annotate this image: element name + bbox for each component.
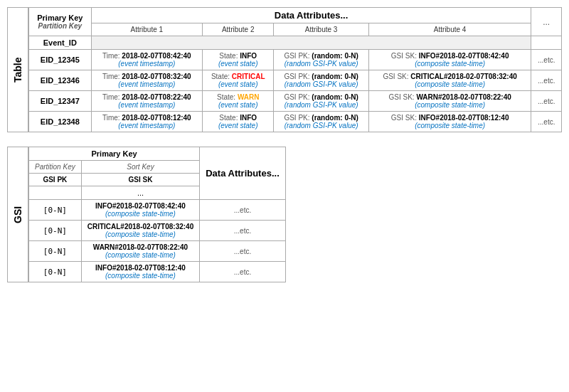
attr3-cell: GSI PK: (random: 0-N) (random GSI-PK val… — [274, 91, 368, 112]
etc-cell: ...etc. — [531, 91, 562, 112]
attr1-cell: Time: 2018-02-07T08:12:40 (event timesta… — [91, 112, 202, 132]
gsi-header-row-1: Primary Key Data Attributes... — [29, 147, 286, 161]
primary-key-cell: Primary Key Partition Key — [29, 8, 92, 36]
attr1-cell: Time: 2018-02-07T08:22:40 (event timesta… — [91, 91, 202, 112]
gsi-data-row: [0-N] WARN#2018-02-07T08:22:40 (composit… — [29, 241, 286, 262]
attr1-cell: Time: 2018-02-07T08:32:40 (event timesta… — [91, 70, 202, 91]
etc-cell: ...etc. — [531, 112, 562, 132]
primary-key-label: Primary Key — [33, 14, 87, 22]
attr-header-4: Attribute 4 — [368, 23, 531, 36]
gsi-dots-sk: ... — [81, 186, 200, 200]
gsi-side-label: GSI — [7, 147, 28, 282]
attr2-cell: State: INFO (event state) — [202, 112, 274, 132]
attr-header-2: Attribute 2 — [202, 23, 274, 36]
gsi-etc-cell: ...etc. — [200, 262, 286, 282]
gsi-etc-cell: ...etc. — [200, 221, 286, 241]
attr3-cell: GSI PK: (random: 0-N) (random GSI-PK val… — [274, 112, 368, 132]
eid-cell: EID_12347 — [29, 91, 92, 112]
table-section: Table Primary Key Partition Key Data Att… — [7, 7, 562, 132]
eid-cell: EID_12346 — [29, 70, 92, 91]
attr1-cell: Time: 2018-02-07T08:42:40 (event timesta… — [91, 50, 202, 70]
attr4-cell: GSI SK: INFO#2018-02-07T08:42:40 (compos… — [368, 50, 531, 70]
gsi-etc-cell: ...etc. — [200, 200, 286, 221]
partition-key-label: Partition Key — [33, 22, 87, 30]
gsi-data-row: [0-N] INFO#2018-02-07T08:42:40 (composit… — [29, 200, 286, 221]
gsi-range-cell: [0-N] — [29, 221, 82, 241]
gsi-sort-key-label: Sort Key — [81, 161, 200, 174]
gsi-range-cell: [0-N] — [29, 262, 82, 282]
gsi-sk-cell: GSI SK — [81, 174, 200, 186]
attr4-cell: GSI SK: WARN#2018-02-07T08:22:40 (compos… — [368, 91, 531, 112]
attr4-cell: GSI SK: CRITICAL#2018-02-07T08:32:40 (co… — [368, 70, 531, 91]
header-row-1: Primary Key Partition Key Data Attribute… — [29, 8, 562, 23]
header-row-2: Attribute 1 Attribute 2 Attribute 3 Attr… — [29, 23, 562, 36]
gsi-sk-data-cell: CRITICAL#2018-02-07T08:32:40 (composite … — [81, 221, 200, 241]
table-side-label: Table — [7, 7, 28, 132]
gsi-section: GSI Primary Key Data Attributes... Parti… — [7, 147, 562, 282]
attr4-cell: GSI SK: INFO#2018-02-07T08:12:40 (compos… — [368, 112, 531, 132]
gsi-table: Primary Key Data Attributes... Partition… — [28, 147, 286, 282]
gsi-primary-key-header: Primary Key — [29, 147, 200, 161]
gsi-sk-data-cell: INFO#2018-02-07T08:12:40 (composite stat… — [81, 262, 200, 282]
gsi-pk-cell: GSI PK — [29, 174, 82, 186]
event-id-row: Event_ID — [29, 36, 562, 50]
attr2-cell: State: WARN (event state) — [202, 91, 274, 112]
etc-cell: ...etc. — [531, 50, 562, 70]
table-row: EID_12345 Time: 2018-02-07T08:42:40 (eve… — [29, 50, 562, 70]
gsi-range-cell: [0-N] — [29, 200, 82, 221]
gsi-etc-cell: ...etc. — [200, 241, 286, 262]
dots-cell: ... — [531, 8, 562, 36]
table-row: EID_12347 Time: 2018-02-07T08:22:40 (eve… — [29, 91, 562, 112]
table-row: EID_12346 Time: 2018-02-07T08:32:40 (eve… — [29, 70, 562, 91]
attr-header-1: Attribute 1 — [91, 23, 202, 36]
gsi-dots-pk — [29, 186, 82, 200]
eid-cell: EID_12345 — [29, 50, 92, 70]
gsi-sk-data-cell: INFO#2018-02-07T08:42:40 (composite stat… — [81, 200, 200, 221]
attr2-cell: State: CRITICAL (event state) — [202, 70, 274, 91]
gsi-data-row: [0-N] INFO#2018-02-07T08:12:40 (composit… — [29, 262, 286, 282]
attr3-cell: GSI PK: (random: 0-N) (random GSI-PK val… — [274, 50, 368, 70]
attr2-cell: State: INFO (event state) — [202, 50, 274, 70]
table-row: EID_12348 Time: 2018-02-07T08:12:40 (eve… — [29, 112, 562, 132]
data-attributes-header: Data Attributes... — [91, 8, 531, 23]
gsi-range-cell: [0-N] — [29, 241, 82, 262]
attr-header-3: Attribute 3 — [274, 23, 368, 36]
main-table: Primary Key Partition Key Data Attribute… — [28, 7, 562, 132]
gsi-sk-data-cell: WARN#2018-02-07T08:22:40 (composite stat… — [81, 241, 200, 262]
eid-cell: EID_12348 — [29, 112, 92, 132]
gsi-data-attrs-header: Data Attributes... — [200, 147, 286, 200]
gsi-partition-key-label: Partition Key — [29, 161, 82, 174]
event-id-header: Event_ID — [29, 36, 92, 50]
gsi-data-row: [0-N] CRITICAL#2018-02-07T08:32:40 (comp… — [29, 221, 286, 241]
attr3-cell: GSI PK: (random: 0-N) (random GSI-PK val… — [274, 70, 368, 91]
gsi-content: Primary Key Data Attributes... Partition… — [28, 147, 562, 282]
etc-cell: ...etc. — [531, 70, 562, 91]
